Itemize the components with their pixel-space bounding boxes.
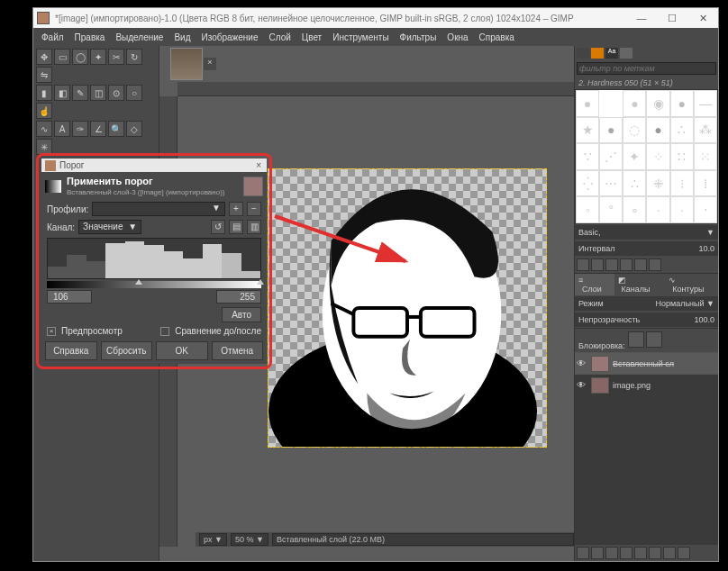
histogram-log-icon[interactable]: ▥ [247,220,261,234]
brush-cell[interactable]: ⋯ [599,170,623,197]
layer-merge-icon[interactable] [649,547,661,559]
menu-layer[interactable]: Слой [264,31,295,44]
brush-cell[interactable]: ⁂ [694,117,717,144]
brush-cell[interactable]: ● [576,90,599,117]
slider-handle-low[interactable] [135,279,142,285]
brush-cell[interactable]: ∴ [670,117,694,144]
brush-menu-icon[interactable] [649,258,661,271]
brush-cell[interactable]: ⁝ [670,170,694,197]
brush-cell[interactable]: ● [670,90,694,117]
layer-mask-icon[interactable] [663,547,676,559]
menu-image[interactable]: Изображение [196,31,262,44]
menu-windows[interactable]: Окна [442,31,472,44]
layer-down-icon[interactable] [620,547,632,559]
menu-file[interactable]: Файл [37,31,68,44]
tab-channels[interactable]: ◩ Каналы [614,274,666,295]
brush-cell[interactable]: ⋰ [599,143,623,170]
dialog-titlebar[interactable]: Порог × [41,159,267,172]
brush-dup-icon[interactable] [605,258,618,271]
help-button[interactable]: Справка [45,341,97,360]
layer-row-2[interactable]: 👁 image.png [575,374,718,395]
image-tab-thumb[interactable] [170,48,203,80]
layer-del-icon[interactable] [678,547,690,559]
tool-crop-icon[interactable]: ✂ [108,49,124,65]
interval-field[interactable]: Интервал10.0 [575,241,718,256]
channel-select[interactable]: Значение▼ [78,220,141,234]
tab-paths[interactable]: ∿ Контуры [665,274,718,295]
lock-pixels-icon[interactable] [628,331,644,348]
maximize-button[interactable]: ☐ [657,8,687,28]
threshold-high-input[interactable]: 255 [216,290,261,304]
status-zoom[interactable]: 50 % ▼ [231,533,268,546]
tool-pencil-icon[interactable]: ✎ [72,85,88,101]
menu-select[interactable]: Выделение [111,31,168,44]
brush-cell[interactable]: ⁘ [646,143,669,170]
tool-blur-icon[interactable]: ○ [126,85,142,101]
brush-cell[interactable]: ∴ [623,170,646,197]
brush-cell[interactable]: ◦ [576,196,599,223]
opacity-field[interactable]: Непрозрачность100.0 [575,313,718,327]
auto-button[interactable]: Авто [222,307,261,322]
reset-button[interactable]: Сбросить [101,341,153,360]
tool-move-icon[interactable]: ✥ [36,49,52,65]
brush-cell[interactable]: ⁜ [646,170,669,197]
brush-cell[interactable]: ✦ [623,143,646,170]
dock-tab-3[interactable]: Aa [605,48,618,59]
tool-gradient-icon[interactable]: ◧ [54,85,70,101]
dock-tab-2[interactable] [591,48,604,59]
layer-dup-icon[interactable] [634,547,647,559]
image-tab-close[interactable]: × [204,58,216,70]
tool-eraser-icon[interactable]: ◫ [90,85,106,101]
brush-grid[interactable]: ●◐●◉●— ★●◌●∴⁂ ∵⋰✦⁘∷⁙ ⁛⋯∴⁜⁝⁞ ◦°∘·∙⋅ [575,89,718,224]
blend-mode-select[interactable]: РежимНормальный ▼ [575,296,718,311]
dock-tab-4[interactable] [620,48,632,59]
layer-visibility-icon[interactable]: 👁 [577,358,587,368]
threshold-slider[interactable] [47,281,261,288]
menu-edit[interactable]: Правка [70,31,110,44]
histogram[interactable] [47,238,261,279]
tool-picker-icon[interactable]: ✑ [72,121,88,137]
slider-handle-high[interactable] [257,279,264,285]
tool-path-icon[interactable]: ∿ [36,121,52,137]
compare-checkbox[interactable] [160,327,169,336]
brush-edit-icon[interactable] [577,258,589,271]
tool-zoom-icon[interactable]: 🔍 [108,121,124,137]
tool-wand-icon[interactable]: ✦ [90,49,106,65]
lock-alpha-icon[interactable] [646,331,662,348]
brush-filter-input[interactable] [577,62,716,75]
brush-cell[interactable]: ◐ [599,90,623,117]
brush-cell[interactable]: ◉ [646,90,669,117]
histogram-linear-icon[interactable]: ▤ [229,220,243,234]
brush-del-icon[interactable] [620,258,632,271]
brush-cell[interactable]: ∷ [670,143,694,170]
tool-text-icon[interactable]: A [54,121,70,137]
brush-cell[interactable]: ● [599,117,623,144]
profile-add-button[interactable]: + [229,202,243,216]
cancel-button[interactable]: Отмена [212,341,264,360]
brush-cell[interactable]: ° [599,196,623,223]
brush-cell[interactable]: · [646,196,669,223]
dock-tab-1[interactable] [577,48,589,59]
brush-cell[interactable]: ◌ [623,117,646,144]
minimize-button[interactable]: — [626,8,657,28]
tool-flip-icon[interactable]: ⇋ [36,67,52,83]
brush-cell[interactable]: ⁛ [576,170,599,197]
brush-cell[interactable]: ∙ [670,196,694,223]
brush-cell[interactable]: ∵ [576,143,599,170]
menu-tools[interactable]: Инструменты [328,31,393,44]
brush-cell[interactable]: ⁙ [694,143,717,170]
menu-view[interactable]: Вид [169,31,195,44]
brush-new-icon[interactable] [591,258,604,271]
brush-cell[interactable]: ● [646,117,669,144]
tool-smudge-icon[interactable]: ☝ [36,103,52,119]
tool-rect-select-icon[interactable]: ▭ [54,49,70,65]
threshold-low-input[interactable]: 106 [47,290,92,304]
layer-up-icon[interactable] [605,547,618,559]
menu-colors[interactable]: Цвет [297,31,326,44]
menu-filters[interactable]: Фильтры [396,31,441,44]
brush-cell[interactable]: ⁞ [694,170,717,197]
layer-group-icon[interactable] [591,547,604,559]
brush-cell[interactable]: ★ [576,117,599,144]
ok-button[interactable]: OK [156,341,208,360]
tool-clone-icon[interactable]: ⊙ [108,85,124,101]
